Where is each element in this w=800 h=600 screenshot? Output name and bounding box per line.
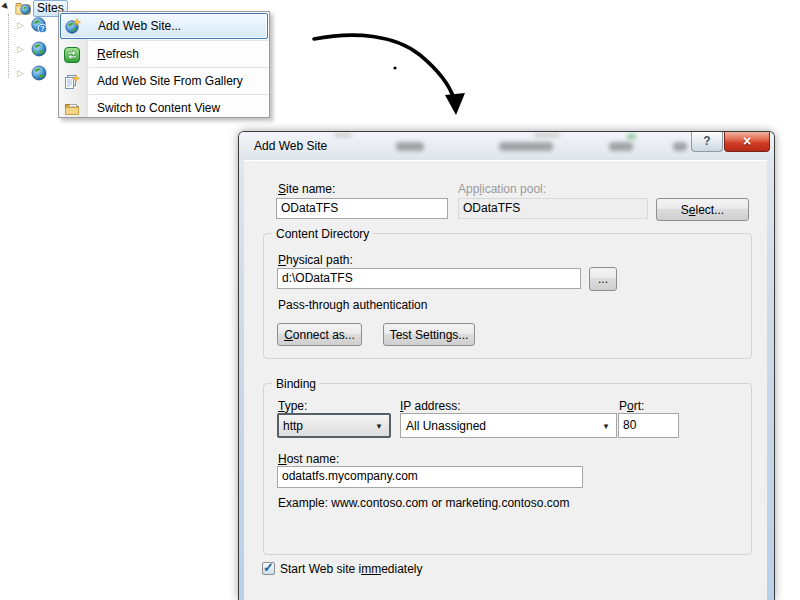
tree-expander-collapsed-icon[interactable]: ▷: [17, 68, 27, 78]
add-web-site-dialog: Add Web Site ? × Site name: Application …: [238, 131, 775, 600]
host-name-label: Host name:: [278, 452, 339, 466]
glass-blur-artifact: [396, 142, 424, 151]
physical-path-label: Physical path:: [278, 253, 353, 267]
glass-blur-artifact: [627, 134, 636, 139]
gallery-page-star-icon: [64, 73, 80, 89]
web-site-help-icon: ?: [31, 17, 47, 33]
binding-legend: Binding: [272, 377, 320, 391]
tree-node-site1[interactable]: ▷ ?: [17, 17, 47, 33]
menu-item-label: Refresh: [97, 47, 139, 61]
add-web-site-icon: [65, 18, 81, 34]
tree-node-site2[interactable]: ▷: [17, 41, 47, 57]
chevron-down-icon: ▼: [602, 421, 610, 430]
ip-address-dropdown[interactable]: All Unassigned ▼: [400, 413, 617, 438]
host-name-input[interactable]: odatatfs.mycompany.com: [277, 466, 583, 488]
type-dropdown-value: http: [283, 419, 303, 433]
tree-expander-expanded-icon[interactable]: ▶: [0, 1, 14, 15]
glass-blur-artifact: [499, 142, 553, 151]
glass-blur-artifact: [609, 142, 633, 151]
port-label: Port:: [619, 399, 644, 413]
connect-as-button[interactable]: Connect as...: [277, 323, 362, 346]
physical-path-input[interactable]: d:\ODataTFS: [277, 268, 581, 289]
content-directory-legend: Content Directory: [272, 227, 373, 241]
dialog-titlebar[interactable]: Add Web Site ? ×: [239, 132, 774, 160]
web-site-globe-icon: [31, 65, 47, 81]
content-view-folder-icon: [64, 100, 80, 116]
host-name-example-text: Example: www.contoso.com or marketing.co…: [278, 496, 569, 510]
menu-item-label: Switch to Content View: [97, 101, 220, 115]
start-web-site-checkbox[interactable]: ✓: [262, 562, 275, 575]
select-button[interactable]: Select...: [656, 198, 749, 221]
sites-folder-globe-icon: [15, 0, 31, 16]
start-web-site-label: Start Web site immediately: [280, 562, 423, 576]
glass-blur-artifact: [673, 142, 687, 151]
type-dropdown[interactable]: http ▼: [277, 413, 391, 438]
dialog-client-area: Site name: Application pool: ODataTFS OD…: [244, 160, 767, 600]
tree-expander-collapsed-icon[interactable]: ▷: [17, 20, 27, 30]
screen: ▶ Sites ▷: [0, 0, 800, 600]
application-pool-input: ODataTFS: [458, 198, 648, 219]
web-site-globe-icon: [31, 41, 47, 57]
port-input[interactable]: 80: [618, 413, 679, 438]
application-pool-label: Application pool:: [458, 182, 546, 196]
tree-connector-line: [8, 14, 9, 78]
dialog-title: Add Web Site: [254, 139, 327, 153]
menu-item-label: Add Web Site...: [98, 19, 181, 33]
glass-blur-artifact: [534, 133, 560, 137]
sites-context-menu: Add Web Site... Refresh: [58, 11, 270, 118]
help-icon: ?: [703, 134, 710, 148]
type-label: Type:: [278, 399, 307, 413]
close-icon: ×: [743, 133, 751, 149]
ip-address-dropdown-value: All Unassigned: [406, 419, 486, 433]
refresh-icon: [64, 46, 80, 62]
menu-item-switch-to-content-view[interactable]: Switch to Content View: [59, 95, 269, 121]
close-button[interactable]: ×: [724, 132, 770, 152]
ip-address-label: IP address:: [400, 399, 461, 413]
tree-expander-collapsed-icon[interactable]: ▷: [17, 44, 27, 54]
flow-arrow: [300, 25, 475, 125]
menu-item-add-web-site-from-gallery[interactable]: Add Web Site From Gallery: [59, 68, 269, 94]
test-settings-button[interactable]: Test Settings...: [383, 323, 475, 346]
site-name-label: Site name:: [278, 182, 335, 196]
menu-item-label: Add Web Site From Gallery: [97, 74, 243, 88]
chevron-down-icon: ▼: [375, 421, 383, 430]
menu-item-add-web-site[interactable]: Add Web Site...: [60, 13, 268, 39]
browse-button[interactable]: ...: [589, 267, 617, 291]
menu-item-refresh[interactable]: Refresh: [59, 41, 269, 67]
checkmark-icon: ✓: [263, 560, 274, 575]
help-button[interactable]: ?: [691, 132, 723, 152]
svg-text:?: ?: [40, 25, 44, 32]
site-name-input[interactable]: ODataTFS: [276, 198, 448, 219]
passthrough-auth-text: Pass-through authentication: [278, 298, 427, 312]
tree-node-site3[interactable]: ▷: [17, 65, 47, 81]
glass-blur-artifact: [334, 133, 352, 137]
